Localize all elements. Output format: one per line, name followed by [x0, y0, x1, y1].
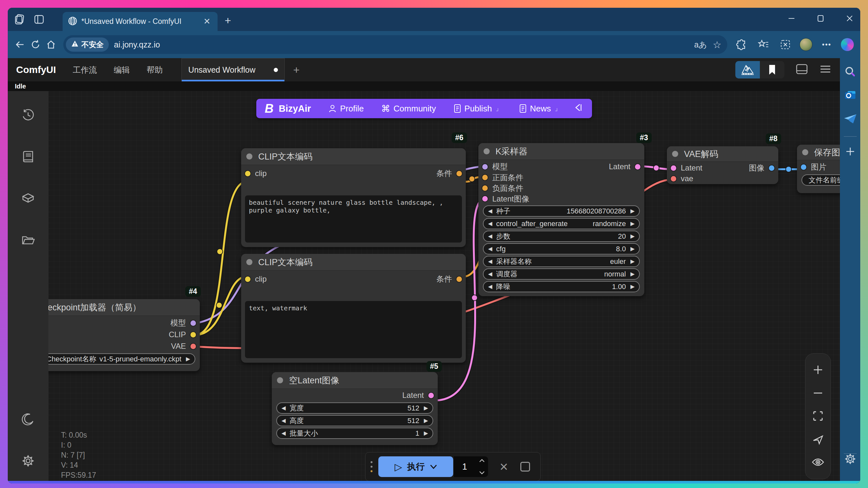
widget-scheduler[interactable]: ◀调度器normal▶	[483, 268, 640, 280]
bizyair-profile[interactable]: Profile	[328, 104, 364, 114]
maximize-button[interactable]	[816, 14, 825, 25]
widget-checkpoint-name[interactable]: ◀ Checkpoint名称 v1-5-pruned-emaonly.ckpt …	[49, 353, 195, 365]
collapse-dot-icon[interactable]	[484, 148, 490, 154]
increment-arrow-icon[interactable]: ▶	[630, 233, 634, 240]
stepper-up-icon[interactable]	[479, 459, 485, 462]
translate-icon[interactable]: aあ	[694, 39, 707, 50]
menu-help[interactable]: 帮助	[147, 65, 163, 75]
increment-arrow-icon[interactable]: ▶	[186, 356, 190, 362]
prompt-textarea[interactable]: text, watermark	[245, 301, 462, 358]
copilot-icon[interactable]	[841, 38, 854, 51]
sidebar-add-icon[interactable]	[843, 144, 857, 159]
stepper-down-icon[interactable]	[479, 471, 485, 475]
decrement-arrow-icon[interactable]: ◀	[488, 258, 492, 265]
increment-arrow-icon[interactable]: ▶	[424, 405, 428, 411]
model-library-icon[interactable]	[21, 191, 35, 207]
sidebar-settings-icon[interactable]	[843, 452, 857, 466]
more-menu-icon[interactable]: •••	[819, 37, 834, 52]
bizyair-news[interactable]: News」	[519, 104, 561, 114]
node-header[interactable]: 空Latent图像	[272, 372, 438, 389]
increment-arrow-icon[interactable]: ▶	[424, 430, 428, 437]
cancel-run-icon[interactable]: ×	[500, 459, 508, 475]
output-port-clip[interactable]	[190, 332, 196, 337]
widget-seed[interactable]: ◀种子156680208700286▶	[483, 205, 640, 217]
increment-arrow-icon[interactable]: ▶	[630, 208, 634, 214]
new-workflow-button[interactable]: +	[293, 64, 300, 76]
widget-height[interactable]: ◀高度512▶	[276, 415, 433, 426]
output-port-image[interactable]	[769, 165, 774, 171]
new-tab-button[interactable]: +	[225, 14, 231, 27]
node-header[interactable]: Checkpoint加载器（简易）	[49, 299, 200, 316]
run-button[interactable]: ▷ 执行	[378, 456, 453, 477]
zoom-in-icon[interactable]	[812, 364, 824, 376]
output-port-latent[interactable]	[428, 393, 434, 398]
widget-width[interactable]: ◀宽度512▶	[276, 402, 433, 414]
decrement-arrow-icon[interactable]: ◀	[281, 417, 286, 424]
widget-sampler-name[interactable]: ◀采样器名称euler▶	[483, 256, 640, 267]
bizyair-community[interactable]: ⌘ Community	[381, 103, 436, 114]
vertical-tabs-icon[interactable]	[32, 12, 46, 27]
graph-view-button[interactable]	[735, 61, 760, 79]
node-header[interactable]: 保存图像	[797, 145, 840, 160]
node-save-image[interactable]: 保存图像 图片 文件名前缀	[797, 145, 840, 193]
address-bar[interactable]: 不安全 ai.jony.qzz.io aあ ☆	[63, 35, 727, 54]
collapse-dot-icon[interactable]	[802, 149, 808, 155]
decrement-arrow-icon[interactable]: ◀	[488, 271, 492, 277]
drag-handle[interactable]	[371, 461, 373, 472]
zoom-out-icon[interactable]	[812, 388, 824, 400]
pan-mode-icon[interactable]	[812, 433, 824, 446]
sidebar-outlook-icon[interactable]	[843, 89, 857, 103]
input-port-clip[interactable]	[245, 171, 250, 176]
widget-cfg[interactable]: ◀cfg8.0▶	[483, 243, 640, 254]
increment-arrow-icon[interactable]: ▶	[630, 258, 634, 265]
input-port-model[interactable]	[482, 164, 488, 170]
node-header[interactable]: CLIP文本编码	[241, 254, 466, 271]
widget-batch-size[interactable]: ◀批量大小1▶	[276, 428, 433, 439]
decrement-arrow-icon[interactable]: ◀	[488, 283, 492, 290]
node-header[interactable]: CLIP文本编码	[241, 148, 466, 165]
settings-gear-icon[interactable]	[21, 454, 35, 469]
browser-tab[interactable]: *Unsaved Workflow - ComfyUI ✕	[63, 12, 218, 31]
input-port-positive[interactable]	[482, 175, 488, 180]
collapse-toolbar-icon[interactable]	[574, 103, 583, 114]
input-port-latent[interactable]	[671, 165, 676, 171]
input-port-image[interactable]	[801, 164, 806, 170]
favorite-star-icon[interactable]: ☆	[713, 39, 721, 50]
home-icon[interactable]	[43, 37, 59, 52]
output-port-model[interactable]	[190, 321, 196, 326]
node-canvas[interactable]: B BizyAir Profile ⌘ Community Publish」	[49, 91, 840, 481]
fit-view-icon[interactable]	[812, 410, 824, 423]
decrement-arrow-icon[interactable]: ◀	[488, 245, 492, 252]
node-header[interactable]: K采样器	[478, 143, 644, 160]
node-clip-text-encode-negative[interactable]: CLIP文本编码 clip 条件 text, watermark	[241, 254, 466, 363]
bizyair-publish[interactable]: Publish」	[454, 104, 502, 114]
output-port-latent[interactable]	[635, 164, 641, 170]
increment-arrow-icon[interactable]: ▶	[424, 417, 428, 424]
theme-toggle-icon[interactable]	[21, 413, 35, 427]
node-ksampler[interactable]: K采样器 模型 Latent 正面条件 负面条件 Latent图像 ◀种子156…	[478, 143, 644, 296]
toggle-visibility-icon[interactable]	[812, 457, 824, 468]
bookmark-view-button[interactable]	[760, 61, 784, 79]
increment-arrow-icon[interactable]: ▶	[630, 271, 634, 277]
url-text[interactable]: ai.jony.qzz.io	[114, 40, 694, 50]
tab-close-icon[interactable]: ✕	[202, 17, 212, 27]
input-port-vae[interactable]	[671, 176, 676, 182]
refresh-icon[interactable]	[28, 37, 43, 52]
profile-avatar[interactable]	[800, 38, 812, 51]
back-icon[interactable]	[12, 37, 28, 52]
node-empty-latent[interactable]: 空Latent图像 Latent ◀宽度512▶ ◀高度512▶ ◀批量大小1▶	[272, 372, 438, 445]
input-port-negative[interactable]	[482, 185, 488, 191]
sidebar-send-icon[interactable]	[843, 112, 857, 126]
workflow-tab[interactable]: Unsaved Workflow	[181, 58, 285, 81]
menu-edit[interactable]: 编辑	[114, 65, 130, 75]
queue-history-icon[interactable]	[21, 108, 35, 123]
widget-control-after-generate[interactable]: ◀control_after_generaterandomize▶	[483, 218, 640, 229]
decrement-arrow-icon[interactable]: ◀	[488, 208, 492, 214]
output-port-vae[interactable]	[190, 344, 196, 349]
widget-filename-prefix[interactable]: 文件名前缀	[802, 174, 840, 186]
output-port-cond[interactable]	[457, 276, 462, 282]
decrement-arrow-icon[interactable]: ◀	[281, 430, 286, 437]
web-capture-icon[interactable]	[778, 37, 793, 52]
minimize-button[interactable]	[787, 14, 796, 25]
favorites-bar-icon[interactable]	[756, 37, 771, 52]
